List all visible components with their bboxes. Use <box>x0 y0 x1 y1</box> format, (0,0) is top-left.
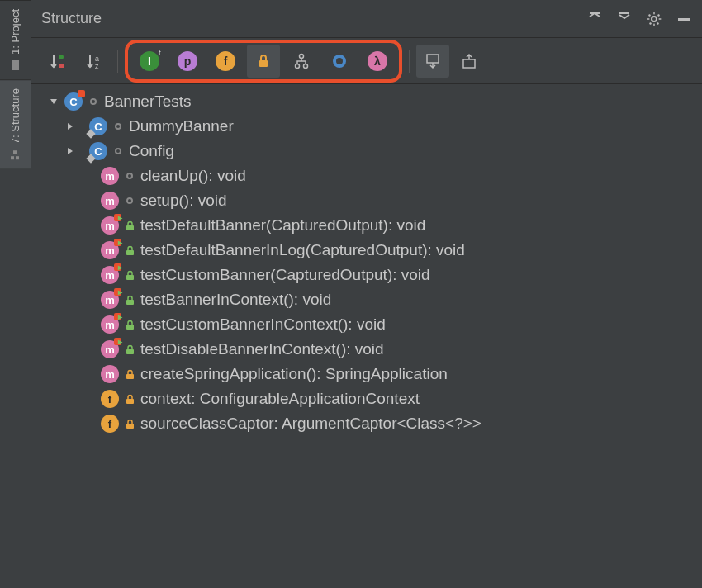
show-lambdas-button[interactable]: λ <box>361 45 394 78</box>
method-icon: m▸ <box>101 340 119 358</box>
visibility-icon <box>124 295 135 306</box>
show-inherited-button[interactable]: I↑ <box>133 45 166 78</box>
header-bar: Structure <box>31 0 702 38</box>
class-icon: C <box>89 142 107 160</box>
tree-label: testCustomBanner(CapturedOutput): void <box>140 266 430 284</box>
collapse-arrow-icon[interactable] <box>48 96 59 107</box>
show-fields-button[interactable]: f <box>209 45 242 78</box>
show-nonpublic-button[interactable] <box>247 45 280 78</box>
field-icon: f <box>101 390 119 408</box>
tree-item[interactable]: m▸testCustomBanner(CapturedOutput): void <box>35 263 699 287</box>
tree-item[interactable]: mcreateSpringApplication(): SpringApplic… <box>35 362 699 386</box>
autoscroll-from-icon <box>461 53 477 69</box>
tree-label: testBannerInContext(): void <box>140 291 331 309</box>
method-icon: m▸ <box>101 315 119 334</box>
tree-item[interactable]: m▸testDefaultBanner(CapturedOutput): voi… <box>35 213 699 238</box>
autoscroll-to-source-button[interactable] <box>416 45 449 78</box>
tree-label: sourceClassCaptor: ArgumentCaptor<Class<… <box>140 415 481 433</box>
expand-arrow-icon[interactable] <box>64 121 76 132</box>
tree-label: BannerTests <box>104 92 192 111</box>
svg-point-3 <box>652 17 657 21</box>
svg-rect-1 <box>17 156 20 159</box>
sort-alphabetically-button[interactable]: az <box>78 45 111 78</box>
svg-point-11 <box>296 64 300 68</box>
tree-label: testDefaultBanner(CapturedOutput): void <box>140 216 425 235</box>
sidebar-tab-project[interactable]: 1: Project <box>0 0 31 79</box>
structure-icon <box>10 149 21 160</box>
tree-item[interactable]: fsourceClassCaptor: ArgumentCaptor<Class… <box>35 411 699 436</box>
lambda-icon: λ <box>368 51 387 71</box>
visibility-icon <box>124 245 135 256</box>
svg-rect-6 <box>59 64 64 68</box>
circle-icon <box>331 53 348 69</box>
tree-label: cleanUp(): void <box>140 167 246 185</box>
tree-item[interactable]: CDummyBanner <box>35 114 699 139</box>
svg-rect-15 <box>463 59 475 68</box>
expand-all-icon[interactable] <box>586 11 603 27</box>
property-icon: p <box>178 51 197 71</box>
tree-item[interactable]: msetup(): void <box>35 188 699 213</box>
sort-by-visibility-button[interactable] <box>41 45 74 78</box>
method-icon: m▸ <box>101 266 119 284</box>
show-properties-button[interactable]: p <box>171 45 204 78</box>
field-icon: f <box>101 415 119 433</box>
tree-label: context: ConfigurableApplicationContext <box>140 390 420 408</box>
tree-root[interactable]: C BannerTests <box>35 89 699 114</box>
visibility-icon <box>112 123 124 130</box>
tree-item[interactable]: m▸testBannerInContext(): void <box>35 287 699 312</box>
visibility-icon <box>88 98 99 105</box>
visibility-icon <box>124 369 135 380</box>
interface-icon: I↑ <box>140 51 159 71</box>
visibility-icon <box>124 394 135 405</box>
svg-rect-9 <box>259 60 268 67</box>
svg-rect-17 <box>126 250 134 255</box>
svg-point-5 <box>59 55 64 59</box>
show-inherited-members-button[interactable] <box>285 45 318 78</box>
tree-item[interactable]: mcleanUp(): void <box>35 164 699 188</box>
tree-item[interactable]: CConfig <box>35 139 699 164</box>
visibility-icon <box>124 320 135 330</box>
structure-tree[interactable]: C BannerTests CDummyBannerCConfigmcleanU… <box>31 84 702 588</box>
svg-point-12 <box>304 64 308 68</box>
method-icon: m▸ <box>101 291 119 309</box>
svg-rect-23 <box>126 399 134 404</box>
sidebar-tab-project-label: 1: Project <box>9 9 21 55</box>
lock-icon <box>256 54 271 69</box>
svg-rect-24 <box>126 424 134 429</box>
tree-label: DummyBanner <box>129 117 234 135</box>
visibility-icon <box>124 197 135 204</box>
tree-label: testDefaultBannerInLog(CapturedOutput): … <box>140 241 465 259</box>
header-actions <box>586 11 692 27</box>
svg-point-13 <box>334 56 344 66</box>
visibility-icon <box>124 220 135 231</box>
panel-title: Structure <box>41 10 102 27</box>
tree-item[interactable]: m▸testDisableBannerInContext(): void <box>35 337 699 362</box>
tree-item[interactable]: m▸testCustomBannerInContext(): void <box>35 312 699 337</box>
autoscroll-from-source-button[interactable] <box>453 45 486 78</box>
sidebar-tab-structure[interactable]: 7: Structure <box>0 79 31 168</box>
hierarchy-icon <box>293 53 310 69</box>
svg-rect-20 <box>126 325 134 330</box>
show-anonymous-button[interactable] <box>323 45 356 78</box>
autoscroll-to-icon <box>425 53 441 69</box>
tree-item[interactable]: fcontext: ConfigurableApplicationContext <box>35 386 699 411</box>
visibility-icon <box>124 270 135 281</box>
sidebar-tab-structure-label: 7: Structure <box>9 88 21 144</box>
collapse-all-icon[interactable] <box>616 11 633 27</box>
tree-label: setup(): void <box>140 192 227 210</box>
minimize-icon[interactable] <box>676 11 692 27</box>
tree-label: createSpringApplication(): SpringApplica… <box>140 365 448 383</box>
svg-rect-4 <box>678 18 690 21</box>
gear-icon[interactable] <box>646 11 662 27</box>
tree-label: Config <box>129 142 174 160</box>
svg-point-10 <box>300 54 304 58</box>
expand-arrow-icon[interactable] <box>64 145 76 157</box>
svg-rect-18 <box>126 275 134 280</box>
svg-rect-19 <box>126 300 134 305</box>
tree-label: testCustomBannerInContext(): void <box>140 315 386 334</box>
tree-item[interactable]: m▸testDefaultBannerInLog(CapturedOutput)… <box>35 238 699 263</box>
svg-rect-0 <box>12 156 15 159</box>
method-icon: m▸ <box>101 241 119 259</box>
svg-rect-22 <box>126 374 134 379</box>
field-icon: f <box>216 51 235 71</box>
